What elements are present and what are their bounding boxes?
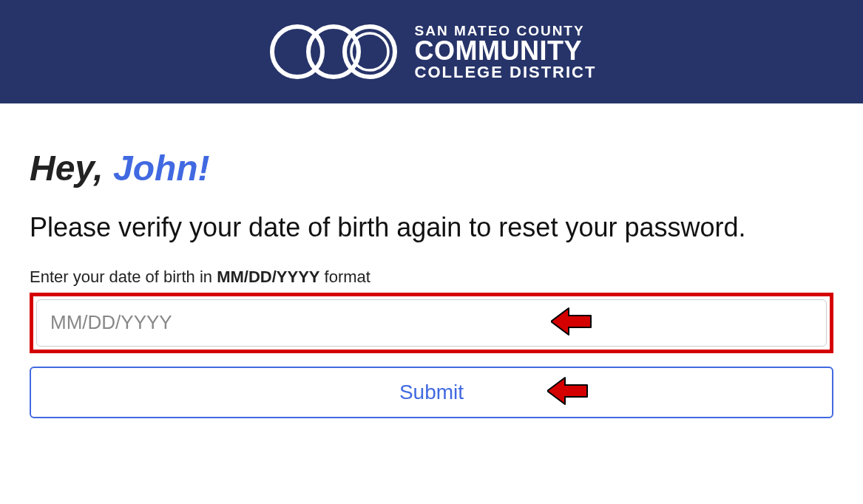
dob-label: Enter your date of birth in MM/DD/YYYY f… (30, 268, 833, 287)
dob-label-pre: Enter your date of birth in (30, 268, 217, 286)
main-content: Hey, John! Please verify your date of bi… (0, 103, 863, 448)
logo-text: SAN MATEO COUNTY COMMUNITY COLLEGE DISTR… (415, 24, 597, 81)
dob-input-highlight-box (30, 293, 833, 353)
site-header: SAN MATEO COUNTY COMMUNITY COLLEGE DISTR… (0, 0, 863, 103)
org-name-line2: COMMUNITY (415, 38, 597, 64)
submit-button[interactable]: Submit (30, 367, 833, 418)
logo-rings-icon (267, 21, 400, 82)
dob-label-format: MM/DD/YYYY (217, 268, 319, 286)
submit-wrapper: Submit (30, 367, 833, 418)
greeting-heading: Hey, John! (30, 148, 833, 188)
dob-input[interactable] (36, 299, 827, 347)
logo-group: SAN MATEO COUNTY COMMUNITY COLLEGE DISTR… (267, 21, 597, 82)
greeting-prefix: Hey, (30, 149, 113, 188)
greeting-name: John! (113, 149, 210, 188)
dob-label-post: format (320, 268, 370, 286)
org-name-line3: COLLEGE DISTRICT (415, 64, 597, 81)
instruction-text: Please verify your date of birth again t… (30, 211, 833, 245)
